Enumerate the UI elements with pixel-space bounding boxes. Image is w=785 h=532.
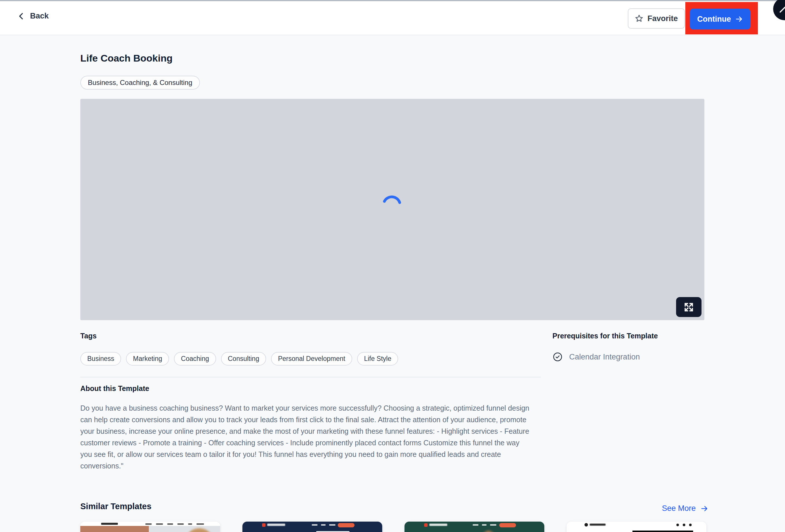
- similar-template-card[interactable]: [80, 522, 220, 532]
- tag-pill: Business: [80, 352, 121, 365]
- card-logo-icon: [584, 523, 588, 527]
- tag-pill: Personal Development: [271, 352, 352, 365]
- similar-template-card[interactable]: [566, 522, 706, 532]
- similar-template-card[interactable]: [243, 522, 382, 532]
- card-nav-dot: [689, 524, 692, 526]
- annotation-highlight-box: Continue: [685, 2, 758, 34]
- about-description: Do you have a business coaching business…: [80, 402, 532, 472]
- template-detail-page: Back Favorite Continue Life Coach Bookin…: [0, 0, 785, 532]
- corner-widget-button[interactable]: [773, 0, 785, 20]
- tag-pill: Coaching: [174, 352, 216, 365]
- card-cta-button: [499, 523, 516, 527]
- favorite-label: Favorite: [648, 14, 678, 23]
- prerequisite-label: Calendar Integration: [569, 353, 640, 361]
- about-heading: About this Template: [80, 384, 149, 393]
- similar-templates-row: [80, 522, 706, 532]
- section-divider: [80, 377, 541, 377]
- see-more-link[interactable]: See More: [662, 504, 708, 513]
- tag-pill: Life Style: [357, 352, 399, 365]
- tag-pill: Marketing: [126, 352, 169, 365]
- header-bar: Back Favorite Continue: [0, 1, 785, 35]
- card-content-block: [632, 531, 693, 532]
- tags-heading: Tags: [80, 332, 97, 340]
- prerequisite-item: Calendar Integration: [552, 351, 640, 363]
- continue-label: Continue: [697, 15, 731, 24]
- tags-list: Business Marketing Coaching Consulting P…: [80, 352, 398, 365]
- see-more-label: See More: [662, 504, 696, 513]
- loading-spinner-icon: [381, 195, 402, 216]
- page-title: Life Coach Booking: [80, 53, 173, 64]
- star-icon: [635, 14, 643, 23]
- check-circle-icon: [552, 352, 563, 362]
- card-photo-blob: [183, 528, 215, 532]
- expand-icon: [683, 301, 694, 313]
- card-nav-dot: [683, 524, 685, 526]
- similar-templates-heading: Similar Templates: [80, 502, 151, 511]
- back-label: Back: [30, 11, 49, 21]
- card-mock-navbar: [80, 522, 220, 526]
- similar-template-card[interactable]: [404, 522, 544, 532]
- continue-button[interactable]: Continue: [690, 9, 750, 29]
- back-button[interactable]: Back: [17, 11, 49, 21]
- card-photo-blob: [482, 531, 495, 532]
- corner-widget-slash-icon: [780, 5, 785, 13]
- card-cta-button: [338, 523, 355, 527]
- tag-pill: Consulting: [221, 352, 267, 365]
- card-nav-dot: [676, 524, 679, 526]
- prerequisites-list: Calendar Integration: [552, 351, 640, 363]
- template-preview: [80, 99, 704, 320]
- prerequisites-heading: Prerequisites for this Template: [552, 332, 658, 340]
- card-logo-icon: [424, 523, 428, 527]
- card-logo-icon: [262, 523, 265, 527]
- chevron-left-icon: [17, 12, 25, 20]
- expand-preview-button[interactable]: [676, 297, 702, 317]
- arrow-right-icon: [700, 505, 708, 513]
- card-mock-hero: [80, 526, 220, 532]
- arrow-right-icon: [735, 15, 743, 23]
- category-badge: Business, Coaching, & Consulting: [80, 76, 200, 90]
- favorite-button[interactable]: Favorite: [628, 8, 685, 29]
